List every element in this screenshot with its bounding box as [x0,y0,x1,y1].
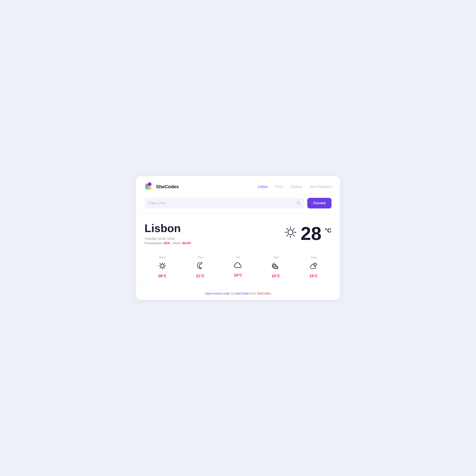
forecast-icon-sat [271,262,281,271]
temperature-unit: °C [325,227,332,234]
logo-text: SheCodes [156,184,179,189]
svg-line-32 [313,263,314,264]
nav-item-lisbon[interactable]: Lisbon [258,185,268,189]
svg-line-13 [293,228,294,230]
nav-item-san-francisco[interactable]: San Francisco [310,185,332,189]
forecast-temp-fri: 16°C [234,273,242,277]
city-name: Lisbon [144,222,191,234]
wind-value: 3km/h [182,241,191,245]
footer: Open-source code, by Matt Delac from She… [136,287,340,300]
search-icon [297,201,301,206]
logo: SheCodes [144,182,179,191]
weather-description: Tuesday 18:42, Clear [144,237,191,240]
forecast-icon-sun [308,262,319,271]
footer-from: from [250,292,257,295]
footer-by: , by [230,292,235,295]
forecast-day-wed: Wed 28°C [144,255,180,278]
forecast-section: Wed 28°C Thu [136,249,340,287]
svg-line-21 [164,268,165,268]
forecast-icon-wed [158,262,167,271]
forecast-temp-sun: 16°C [309,274,318,278]
nav-item-sydney[interactable]: Sydney [291,185,302,189]
svg-point-4 [297,201,300,204]
svg-line-11 [287,228,288,230]
temperature-display: 28 °C [284,224,332,243]
main-nav: Lisbon Paris Sydney San Francisco [258,185,332,189]
forecast-day-sun: Sun 16°C [296,255,332,278]
search-wrapper [144,198,304,208]
nav-item-paris[interactable]: Paris [275,185,283,189]
forecast-day-name-fri: Fri [236,255,240,259]
weather-detail: Precipitation: 65% , Wind: 3km/h [144,241,191,245]
forecast-day-name-wed: Wed [159,255,166,259]
current-button[interactable]: Current [307,198,332,208]
svg-line-23 [160,268,161,268]
forecast-day-sat: Sat 16°C [258,255,294,278]
logo-icon [144,182,154,191]
search-section: Current [136,196,340,214]
forecast-day-thu: Thu 21°C [182,255,218,278]
svg-line-14 [287,235,288,236]
forecast-temp-sat: 16°C [272,274,280,278]
wind-label: , Wind: [171,241,182,245]
footer-brand[interactable]: SheCodes [257,292,271,295]
forecast-temp-thu: 21°C [196,274,204,278]
footer-open-source[interactable]: Open-source code [205,292,230,295]
svg-line-5 [299,203,300,204]
search-input[interactable] [148,198,294,208]
svg-point-6 [288,230,293,235]
forecast-day-name-thu: Thu [197,255,203,259]
current-weather-icon [284,225,297,242]
forecast-icon-thu [196,262,204,271]
header: SheCodes Lisbon Paris Sydney San Francis… [136,176,340,196]
temperature-value: 28 [301,224,322,243]
forecast-icon-fri [233,262,243,271]
precipitation-value: 65% [164,241,170,245]
svg-point-15 [161,264,164,268]
precipitation-label: Precipitation: [144,241,163,245]
weather-main: Lisbon Tuesday 18:42, Clear Precipitatio… [136,214,340,249]
forecast-day-name-sat: Sat [273,255,278,259]
city-info: Lisbon Tuesday 18:42, Clear Precipitatio… [144,222,191,245]
forecast-day-name-sun: Sun [311,255,317,259]
svg-line-22 [164,263,165,264]
footer-author[interactable]: Matt Delac [235,292,250,295]
main-card: SheCodes Lisbon Paris Sydney San Francis… [136,176,340,300]
svg-line-30 [316,263,317,264]
svg-line-20 [160,263,161,264]
svg-line-26 [272,264,273,264]
forecast-day-fri: Fri 16°C [220,255,256,278]
forecast-temp-wed: 28°C [158,274,167,278]
svg-line-12 [293,235,294,236]
